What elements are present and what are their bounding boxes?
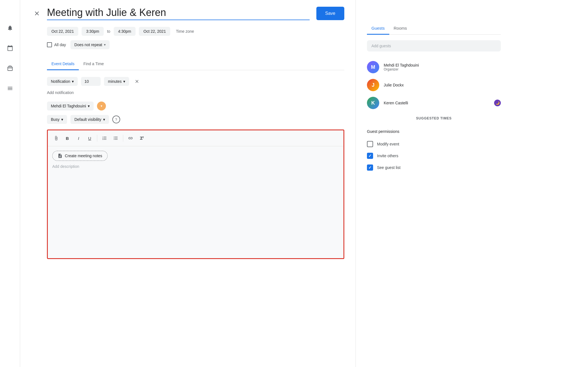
start-time-chip[interactable]: 3:30pm bbox=[82, 27, 104, 36]
repeat-dropdown-arrow: ▾ bbox=[104, 43, 106, 47]
description-placeholder: Add description bbox=[52, 164, 339, 169]
toolbar-attachment-button[interactable] bbox=[51, 133, 61, 143]
repeat-label: Does not repeat bbox=[74, 43, 102, 47]
visibility-arrow: ▾ bbox=[103, 117, 105, 122]
notification-type-arrow: ▾ bbox=[72, 79, 74, 84]
description-toolbar: B I U bbox=[48, 130, 343, 146]
allday-label[interactable]: All day bbox=[54, 43, 66, 47]
header-left bbox=[31, 7, 310, 20]
avatar-keren: K bbox=[367, 97, 379, 109]
guest-item-keren: K Keren Castelli 🌙 bbox=[367, 94, 501, 112]
calendar-owner-row: Mehdi El Taghdouini ▾ ▾ bbox=[47, 102, 344, 110]
guest-role-mehdi: Organizer bbox=[384, 67, 501, 71]
to-label: to bbox=[107, 29, 110, 34]
create-meeting-notes-button[interactable]: Create meeting notes bbox=[52, 151, 108, 161]
repeat-dropdown[interactable]: Does not repeat ▾ bbox=[70, 40, 110, 49]
permission-item-invite: Invite others bbox=[367, 150, 501, 162]
toolbar-italic-button[interactable]: I bbox=[74, 133, 84, 143]
guest-name-mehdi: Mehdi El Taghdouini bbox=[384, 63, 501, 67]
calendar-owner-label: Mehdi El Taghdouini bbox=[51, 104, 86, 108]
notification-unit-select[interactable]: minutes ▾ bbox=[104, 77, 129, 86]
notification-unit-arrow: ▾ bbox=[123, 79, 125, 84]
toolbar-link-button[interactable] bbox=[125, 133, 136, 143]
toolbar-underline-button[interactable]: U bbox=[85, 133, 95, 143]
main-content: Save Oct 22, 2021 3:30pm to 4:30pm Oct 2… bbox=[20, 0, 355, 367]
toolbar-divider-1 bbox=[97, 135, 97, 142]
tab-find-a-time[interactable]: Find a Time bbox=[79, 58, 108, 70]
notification-type-label: Notification bbox=[51, 79, 70, 84]
permission-label-invite: Invite others bbox=[377, 154, 398, 158]
help-icon[interactable]: ? bbox=[112, 116, 120, 123]
end-time-chip[interactable]: 4:30pm bbox=[114, 27, 136, 36]
add-notification-link[interactable]: Add notification bbox=[47, 90, 344, 95]
allday-checkbox[interactable] bbox=[47, 42, 52, 47]
visibility-label: Default visibility bbox=[74, 117, 101, 122]
permission-checkbox-modify[interactable] bbox=[367, 141, 373, 147]
save-button[interactable]: Save bbox=[316, 7, 344, 20]
status-row: Busy ▾ Default visibility ▾ ? bbox=[47, 115, 344, 124]
remove-notification-button[interactable] bbox=[132, 77, 141, 86]
avatar-julie: J bbox=[367, 79, 379, 91]
busy-status-select[interactable]: Busy ▾ bbox=[47, 115, 67, 124]
tab-rooms[interactable]: Rooms bbox=[389, 22, 412, 35]
notification-unit-label: minutes bbox=[108, 79, 122, 84]
toolbar-divider-2 bbox=[123, 135, 123, 142]
visibility-select[interactable]: Default visibility ▾ bbox=[70, 115, 109, 124]
permission-label-modify: Modify event bbox=[377, 142, 399, 146]
guest-list: M Mehdi El Taghdouini Organizer J Julie … bbox=[367, 58, 501, 112]
guest-permissions: Guest permissions Modify event Invite ot… bbox=[367, 125, 501, 173]
right-panel: Guests Rooms M Mehdi El Taghdouini Organ… bbox=[355, 0, 512, 367]
avatar-mehdi: M bbox=[367, 61, 379, 73]
tab-guests[interactable]: Guests bbox=[367, 22, 389, 35]
guest-info-julie: Julie Dockx bbox=[384, 83, 501, 87]
allday-row: All day Does not repeat ▾ bbox=[47, 40, 344, 49]
sidebar-icon-bell[interactable] bbox=[4, 22, 16, 34]
left-sidebar bbox=[0, 0, 20, 367]
toolbar-bold-button[interactable]: B bbox=[62, 133, 72, 143]
guest-name-julie: Julie Dockx bbox=[384, 83, 501, 87]
toolbar-ordered-list-button[interactable] bbox=[99, 133, 110, 143]
description-container: B I U bbox=[47, 130, 344, 259]
guest-info-keren: Keren Castelli bbox=[384, 101, 489, 105]
permission-label-seeguests: See guest list bbox=[377, 165, 400, 170]
right-tabs: Guests Rooms bbox=[367, 22, 501, 35]
permission-checkbox-seeguests[interactable] bbox=[367, 164, 373, 171]
create-meeting-notes-label: Create meeting notes bbox=[65, 154, 102, 158]
description-body[interactable]: Create meeting notes Add description bbox=[48, 146, 343, 258]
notification-row: Notification ▾ minutes ▾ bbox=[47, 77, 344, 86]
guest-name-keren: Keren Castelli bbox=[384, 101, 489, 105]
guest-item-mehdi: M Mehdi El Taghdouini Organizer bbox=[367, 58, 501, 76]
permission-checkbox-invite[interactable] bbox=[367, 153, 373, 159]
allday-checkbox-wrapper: All day bbox=[47, 42, 66, 47]
permission-item-modify: Modify event bbox=[367, 138, 501, 150]
calendar-owner-arrow: ▾ bbox=[88, 104, 90, 108]
start-date-chip[interactable]: Oct 22, 2021 bbox=[47, 27, 78, 36]
sidebar-icon-calendar[interactable] bbox=[4, 43, 16, 54]
close-button[interactable] bbox=[31, 8, 42, 19]
tab-event-details[interactable]: Event Details bbox=[47, 58, 79, 70]
form-section: Notification ▾ minutes ▾ Add notificatio… bbox=[47, 77, 344, 259]
timezone-link[interactable]: Time zone bbox=[176, 29, 194, 34]
calendar-owner-select[interactable]: Mehdi El Taghdouini ▾ bbox=[47, 102, 94, 110]
keren-status-icon: 🌙 bbox=[494, 100, 501, 106]
guest-info-mehdi: Mehdi El Taghdouini Organizer bbox=[384, 63, 501, 71]
event-tabs: Event Details Find a Time bbox=[47, 58, 344, 70]
end-date-chip[interactable]: Oct 22, 2021 bbox=[139, 27, 170, 36]
suggested-times-link[interactable]: SUGGESTED TIMES bbox=[367, 112, 501, 125]
calendar-color-picker[interactable]: ▾ bbox=[97, 102, 106, 110]
guest-item-julie: J Julie Dockx bbox=[367, 76, 501, 94]
permission-item-seeguests: See guest list bbox=[367, 162, 501, 173]
event-title-input[interactable] bbox=[47, 7, 310, 18]
add-guests-input[interactable] bbox=[367, 40, 501, 51]
title-input-wrapper bbox=[47, 7, 310, 20]
busy-label: Busy bbox=[51, 117, 60, 122]
toolbar-remove-format-button[interactable] bbox=[137, 133, 147, 143]
header: Save bbox=[31, 7, 344, 20]
notification-value-input[interactable] bbox=[81, 77, 101, 86]
toolbar-unordered-list-button[interactable] bbox=[111, 133, 121, 143]
color-dropdown-arrow: ▾ bbox=[101, 104, 102, 108]
sidebar-icon-menu[interactable] bbox=[4, 83, 16, 94]
sidebar-icon-briefcase[interactable] bbox=[4, 63, 16, 74]
datetime-row: Oct 22, 2021 3:30pm to 4:30pm Oct 22, 20… bbox=[47, 27, 344, 36]
notification-type-select[interactable]: Notification ▾ bbox=[47, 77, 78, 86]
